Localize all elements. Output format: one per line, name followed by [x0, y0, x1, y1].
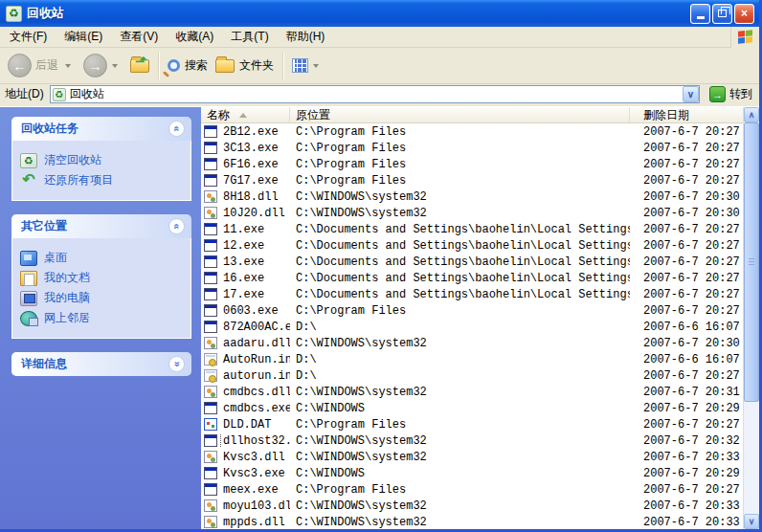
table-row[interactable]: meex.exeC:\Program Files2007-6-7 20:27 [201, 481, 743, 498]
column-header-name[interactable]: 名称 [201, 107, 290, 122]
date-deleted-cell: 2007-6-7 20:27 [630, 418, 743, 432]
forward-button[interactable]: → [79, 51, 126, 80]
chevron-up-icon[interactable]: « [168, 218, 185, 234]
views-dropdown-icon[interactable] [313, 64, 319, 68]
table-row[interactable]: 16.exeC:\Documents and Settings\baohelin… [201, 270, 743, 286]
forward-dropdown-icon[interactable] [112, 64, 118, 68]
address-dropdown-button[interactable]: ∨ [683, 86, 699, 102]
original-location-cell: D:\ [290, 321, 630, 334]
file-name: 16.exe [221, 272, 266, 285]
table-row[interactable]: 3C13.exeC:\Program Files2007-6-7 20:27 [201, 140, 743, 156]
exe-window-icon [204, 483, 217, 496]
search-button[interactable]: 搜索 [164, 55, 212, 77]
table-row[interactable]: 10J20.dllC:\WINDOWS\system322007-6-7 20:… [201, 205, 743, 221]
table-row[interactable]: 8H18.dllC:\WINDOWS\system322007-6-7 20:3… [201, 188, 743, 205]
file-name: 17.exe [221, 288, 266, 301]
chevron-up-icon[interactable]: « [168, 121, 185, 137]
date-deleted-cell: 2007-6-7 20:33 [630, 499, 743, 513]
file-name: autorun.inf [221, 369, 290, 383]
table-row[interactable]: 13.exeC:\Documents and Settings\baohelin… [201, 254, 743, 270]
date-deleted-cell: 2007-6-7 20:27 [630, 369, 743, 383]
date-deleted-cell: 2007-6-7 20:27 [630, 158, 743, 171]
table-row[interactable]: autorun.infD:\2007-6-7 20:27 [201, 367, 743, 384]
minimize-button[interactable] [690, 4, 710, 24]
table-row[interactable]: 7G17.exeC:\Program Files2007-6-7 20:27 [201, 172, 743, 188]
table-row[interactable]: moyu103.dllC:\WINDOWS\system322007-6-7 2… [201, 498, 743, 514]
recycle-bin-icon: ♻ [6, 6, 22, 22]
table-row[interactable]: 0603.exeC:\Program Files2007-6-7 20:27 [201, 302, 743, 319]
table-row[interactable]: 11.exeC:\Documents and Settings\baohelin… [201, 221, 743, 237]
toolbar-separator [158, 53, 159, 79]
menu-item-0[interactable]: 文件(F) [1, 26, 56, 48]
dll-icon [204, 207, 217, 219]
table-row[interactable]: mppds.dllC:\WINDOWS\system322007-6-7 20:… [201, 514, 743, 529]
file-name-cell: 11.exe [201, 223, 290, 236]
sidebar-item[interactable]: ↶还原所有项目 [20, 172, 187, 188]
table-row[interactable]: 6F16.exeC:\Program Files2007-6-7 20:27 [201, 156, 743, 172]
date-deleted-cell: 2007-6-7 20:27 [630, 223, 743, 236]
column-header-date[interactable]: 删除日期 [630, 107, 743, 122]
menu-item-4[interactable]: 工具(T) [222, 26, 277, 48]
exe-window-icon [204, 272, 217, 284]
sidebar-item[interactable]: 我的电脑 [20, 290, 187, 306]
column-header-location[interactable]: 原位置 [290, 107, 630, 122]
column-date-label: 删除日期 [643, 107, 689, 123]
content-area: 回收站任务«♻清空回收站↶还原所有项目其它位置«桌面我的文档我的电脑网上邻居详细… [0, 107, 759, 529]
table-row[interactable]: 2B12.exeC:\Program Files2007-6-7 20:27 [201, 123, 743, 140]
original-location-cell: C:\Program Files [290, 418, 630, 432]
scrollbar-track[interactable] [744, 122, 759, 514]
scrollbar-thumb[interactable] [744, 122, 759, 402]
file-list-pane: 名称 原位置 删除日期 2B12.exeC:\Program Files2007… [201, 107, 759, 529]
sidebar-item[interactable]: 桌面 [20, 250, 187, 266]
exe-window-icon [204, 223, 217, 235]
exe-window-icon [204, 304, 217, 317]
chevron-down-icon[interactable]: « [168, 356, 185, 372]
table-row[interactable]: AutoRun.infD:\2007-6-6 16:07 [201, 351, 743, 367]
vertical-scrollbar[interactable]: ∧ ∨ [743, 107, 759, 529]
panel-title: 回收站任务 [21, 121, 78, 137]
back-button[interactable]: ← 后退 [4, 51, 79, 80]
views-button[interactable] [288, 55, 327, 76]
panel-title: 其它位置 [21, 218, 67, 234]
folders-button[interactable]: 文件夹 [212, 55, 278, 77]
original-location-cell: C:\Program Files [290, 125, 630, 139]
date-deleted-cell: 2007-6-6 16:07 [630, 321, 743, 334]
sidebar-item[interactable]: 我的文档 [20, 270, 187, 286]
exe-window-icon [204, 125, 217, 138]
close-button[interactable]: × [734, 4, 754, 24]
table-row[interactable]: cmdbcs.dllC:\WINDOWS\system322007-6-7 20… [201, 384, 743, 400]
date-deleted-cell: 2007-6-7 20:31 [630, 386, 743, 399]
file-name: 13.exe [221, 255, 266, 269]
go-button[interactable]: → 转到 [706, 85, 756, 103]
scroll-down-button[interactable]: ∨ [744, 514, 759, 529]
panel-header-1[interactable]: 其它位置« [11, 214, 191, 238]
table-row[interactable]: DLD.DATC:\Program Files2007-6-7 20:27 [201, 416, 743, 432]
menu-item-2[interactable]: 查看(V) [111, 26, 167, 48]
up-button[interactable]: ⬏ [126, 56, 153, 76]
table-row[interactable]: 17.exeC:\Documents and Settings\baohelin… [201, 286, 743, 302]
back-dropdown-icon[interactable] [65, 64, 71, 68]
table-row[interactable]: cmdbcs.exeC:\WINDOWS2007-6-7 20:29 [201, 400, 743, 416]
menu-item-1[interactable]: 编辑(E) [56, 26, 111, 48]
file-name: 3C13.exe [221, 142, 280, 155]
panel-header-2[interactable]: 详细信息« [11, 352, 191, 376]
sidebar-item[interactable]: 网上邻居 [20, 310, 187, 326]
table-row[interactable]: 872A00AC.exeD:\2007-6-6 16:07 [201, 319, 743, 335]
scroll-up-button[interactable]: ∧ [744, 107, 759, 122]
restore-button[interactable] [712, 4, 732, 24]
table-row[interactable]: dllhost32.exeC:\WINDOWS\system322007-6-7… [201, 432, 743, 449]
panel-header-0[interactable]: 回收站任务« [11, 117, 191, 141]
menu-item-5[interactable]: 帮助(H) [278, 26, 334, 48]
table-row[interactable]: 12.exeC:\Documents and Settings\baohelin… [201, 237, 743, 254]
address-combo[interactable]: ♻ 回收站 ∨ [50, 85, 700, 103]
back-label: 后退 [35, 57, 58, 74]
sidebar-item[interactable]: ♻清空回收站 [20, 152, 187, 168]
table-row[interactable]: Kvsc3.exeC:\WINDOWS2007-6-7 20:29 [201, 465, 743, 481]
file-name: 8H18.dll [221, 190, 280, 204]
table-row[interactable]: aadaru.dllC:\WINDOWS\system322007-6-7 20… [201, 335, 743, 351]
menu-item-3[interactable]: 收藏(A) [167, 26, 222, 48]
date-deleted-cell: 2007-6-7 20:27 [630, 288, 743, 301]
table-row[interactable]: Kvsc3.dllC:\WINDOWS\system322007-6-7 20:… [201, 449, 743, 465]
exe-window-icon [204, 434, 217, 447]
original-location-cell: C:\Documents and Settings\baohelin\Local… [290, 288, 630, 301]
